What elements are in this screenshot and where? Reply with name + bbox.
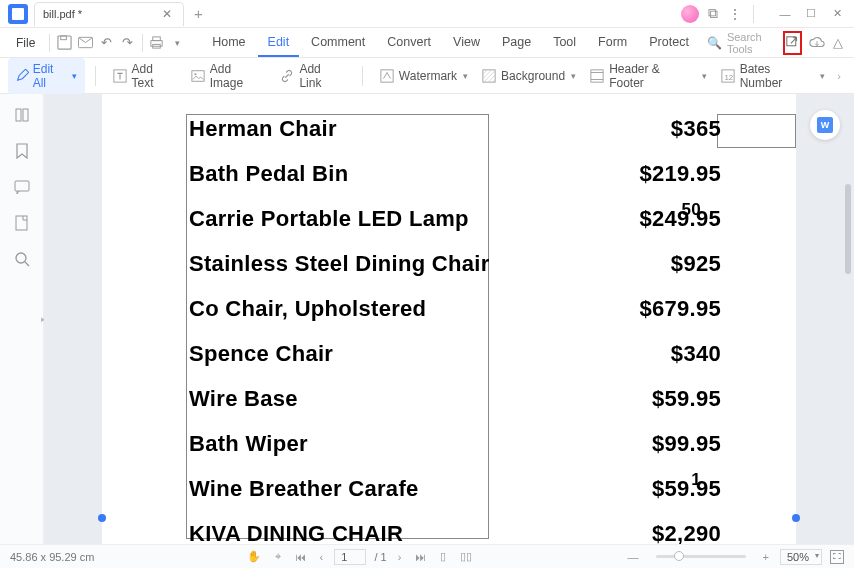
word-icon: W bbox=[817, 117, 833, 133]
add-text-button[interactable]: Add Text bbox=[106, 58, 184, 94]
watermark-button[interactable]: Watermark ▾ bbox=[373, 65, 475, 87]
add-image-button[interactable]: Add Image bbox=[184, 58, 274, 94]
item-price[interactable]: $679.95 bbox=[639, 296, 721, 322]
item-price[interactable]: $925 bbox=[671, 251, 721, 277]
page-number-input[interactable]: 1 bbox=[334, 549, 366, 565]
item-name[interactable]: Co Chair, Upholstered bbox=[189, 296, 426, 322]
redo-icon[interactable]: ↷ bbox=[119, 32, 136, 54]
bookmarks-panel-icon[interactable] bbox=[13, 142, 31, 160]
convert-to-word-pill[interactable]: W bbox=[810, 110, 840, 140]
item-name[interactable]: KIVA DINING CHAIR bbox=[189, 521, 403, 544]
item-price[interactable]: $99.95 bbox=[652, 431, 721, 457]
tab-edit[interactable]: Edit bbox=[258, 29, 300, 57]
search-tools-input[interactable]: 🔍 Search Tools bbox=[699, 28, 779, 58]
document-tab[interactable]: bill.pdf * ✕ bbox=[34, 2, 184, 26]
tab-page[interactable]: Page bbox=[492, 29, 541, 57]
maximize-button[interactable]: ☐ bbox=[801, 4, 821, 24]
item-overlay-value[interactable]: 50 bbox=[681, 200, 701, 220]
tab-home[interactable]: Home bbox=[202, 29, 255, 57]
svg-rect-19 bbox=[15, 181, 29, 191]
kebab-menu-icon[interactable]: ⋮ bbox=[727, 6, 743, 22]
item-price[interactable]: $2,290 bbox=[652, 521, 721, 544]
item-name[interactable]: Wine Breather Carafe bbox=[189, 476, 419, 502]
background-button[interactable]: Background ▾ bbox=[475, 65, 583, 87]
item-price[interactable]: $219.95 bbox=[639, 161, 721, 187]
document-tab-title: bill.pdf * bbox=[43, 8, 82, 20]
item-name[interactable]: Bath Pedal Bin bbox=[189, 161, 348, 187]
link-icon bbox=[280, 69, 294, 83]
chevron-down-icon: ▾ bbox=[702, 71, 707, 81]
save-icon[interactable] bbox=[56, 32, 73, 54]
item-price[interactable]: $59.95 bbox=[652, 386, 721, 412]
item-name[interactable]: Bath Wiper bbox=[189, 431, 308, 457]
ai-assistant-icon[interactable] bbox=[681, 5, 699, 23]
vertical-scrollbar[interactable] bbox=[845, 174, 851, 504]
svg-rect-20 bbox=[16, 216, 27, 230]
collapse-ribbon-icon[interactable]: △ bbox=[829, 32, 846, 54]
add-tab-button[interactable]: + bbox=[194, 5, 203, 22]
attachments-panel-icon[interactable] bbox=[13, 214, 31, 232]
first-page-icon[interactable]: ⏮ bbox=[292, 551, 309, 563]
selection-handle-right[interactable] bbox=[792, 514, 800, 522]
svg-text:12: 12 bbox=[724, 72, 733, 81]
search-placeholder: Search Tools bbox=[727, 31, 771, 55]
svg-point-21 bbox=[16, 253, 26, 263]
zoom-level-select[interactable]: 50% bbox=[780, 549, 822, 565]
next-page-icon[interactable]: › bbox=[395, 551, 405, 563]
item-name[interactable]: Stainless Steel Dining Chair bbox=[189, 251, 490, 277]
item-overlay-value[interactable]: 1 bbox=[691, 470, 701, 490]
tab-protect[interactable]: Protect bbox=[639, 29, 699, 57]
item-name[interactable]: Wire Base bbox=[189, 386, 298, 412]
bates-number-button[interactable]: 12 Bates Number ▾ bbox=[714, 58, 833, 94]
last-page-icon[interactable]: ⏭ bbox=[412, 551, 429, 563]
tab-tool[interactable]: Tool bbox=[543, 29, 586, 57]
external-icon[interactable]: ⧉ bbox=[705, 6, 721, 22]
search-panel-icon[interactable] bbox=[13, 250, 31, 268]
thumbnails-panel-icon[interactable] bbox=[13, 106, 31, 124]
document-page[interactable]: Herman Chair$365Bath Pedal Bin$219.95Car… bbox=[102, 94, 796, 544]
page-dimensions: 45.86 x 95.29 cm bbox=[10, 551, 94, 563]
undo-icon[interactable]: ↶ bbox=[98, 32, 115, 54]
cloud-icon[interactable] bbox=[808, 32, 825, 54]
zoom-out-icon[interactable]: — bbox=[625, 551, 642, 563]
single-page-icon[interactable]: ▯ bbox=[437, 550, 449, 563]
file-menu[interactable]: File bbox=[6, 32, 45, 54]
tab-comment[interactable]: Comment bbox=[301, 29, 375, 57]
tab-view[interactable]: View bbox=[443, 29, 490, 57]
tab-form[interactable]: Form bbox=[588, 29, 637, 57]
hand-tool-icon[interactable]: ✋ bbox=[244, 550, 264, 563]
toolbar-overflow-icon[interactable]: › bbox=[832, 70, 846, 82]
zoom-slider[interactable] bbox=[656, 555, 746, 558]
price-selection-box[interactable] bbox=[717, 114, 796, 148]
svg-line-22 bbox=[25, 262, 29, 266]
item-name[interactable]: Spence Chair bbox=[189, 341, 333, 367]
item-price[interactable]: $59.95 bbox=[652, 476, 721, 502]
add-link-button[interactable]: Add Link bbox=[273, 58, 351, 94]
selection-handle-left[interactable] bbox=[98, 514, 106, 522]
item-price[interactable]: $249.95 bbox=[639, 206, 721, 232]
print-dropdown[interactable]: ▾ bbox=[169, 32, 186, 54]
svg-rect-17 bbox=[16, 109, 21, 121]
item-price[interactable]: $340 bbox=[671, 341, 721, 367]
item-price[interactable]: $365 bbox=[671, 116, 721, 142]
prev-page-icon[interactable]: ‹ bbox=[317, 551, 327, 563]
close-window-button[interactable]: ✕ bbox=[827, 4, 847, 24]
edit-all-button[interactable]: Edit All ▾ bbox=[8, 58, 85, 94]
facing-page-icon[interactable]: ▯▯ bbox=[457, 550, 475, 563]
fit-page-icon[interactable]: ⛶ bbox=[830, 550, 844, 564]
minimize-button[interactable]: — bbox=[775, 4, 795, 24]
close-tab-icon[interactable]: ✕ bbox=[159, 7, 175, 21]
header-footer-button[interactable]: Header & Footer ▾ bbox=[583, 58, 714, 94]
edit-all-label: Edit All bbox=[33, 62, 69, 90]
zoom-slider-thumb[interactable] bbox=[674, 551, 684, 561]
tab-convert[interactable]: Convert bbox=[377, 29, 441, 57]
print-icon[interactable] bbox=[148, 32, 165, 54]
share-button[interactable] bbox=[783, 31, 802, 55]
comments-panel-icon[interactable] bbox=[13, 178, 31, 196]
item-name[interactable]: Herman Chair bbox=[189, 116, 337, 142]
select-tool-icon[interactable]: ⌖ bbox=[272, 550, 284, 563]
mail-icon[interactable] bbox=[77, 32, 94, 54]
zoom-in-icon[interactable]: + bbox=[760, 551, 772, 563]
item-name[interactable]: Carrie Portable LED Lamp bbox=[189, 206, 469, 232]
scrollbar-thumb[interactable] bbox=[845, 184, 851, 274]
